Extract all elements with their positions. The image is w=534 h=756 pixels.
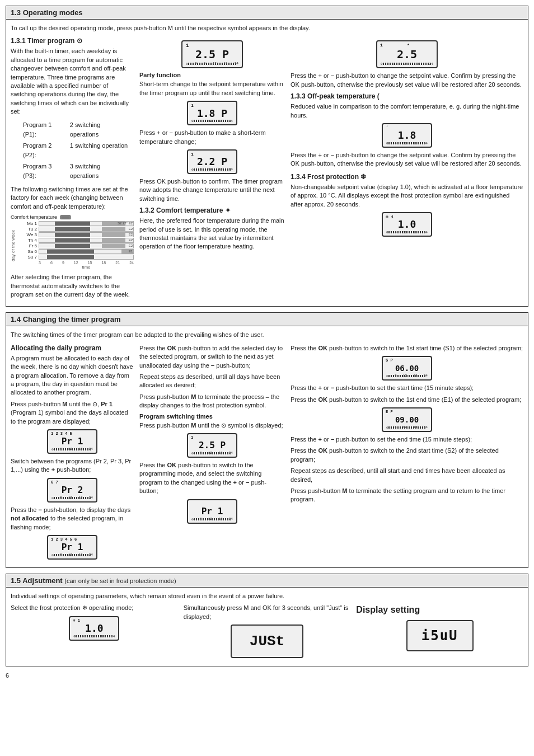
section-13-header: 1.3 Operating modes [6,6,528,20]
s131-para2: The following switching times are set at… [11,185,134,211]
s132-title: 1.3.2 Comfort temperature ✦ [139,206,285,214]
allocating-para3: Switch between the programs (Pr 2, Pr 3,… [11,457,134,475]
prog-switch-para: Press push-button M until the ⊙ symbol i… [139,421,285,430]
display-timeline-s133: 0 6 12 18 24 [386,142,428,145]
party-press: Press + or − push-button to make a short… [139,129,285,146]
allocating-title: Allocating the daily program [11,344,134,352]
display-s134: ❄ 1 1.0 0 6 12 18 24 [382,212,432,237]
section-13-mid: 1 2.5 P ⊙ 0 6 12 18 24 Party function Sh… [139,37,285,302]
display-s06: S P 06.00 ⊙ 6 12 18 24 [382,356,432,381]
party-para: Short-term change to the setpoint temper… [139,80,285,97]
timer-chart: Comfort temperature day of the week Mo 1 [11,214,134,270]
chart-row-mo: Mo 1 S2 22° E2 [22,221,134,226]
display-s133: ʿ 1.8 0 6 12 18 24 [382,123,432,148]
section-15: 1.5 Adjsutment (can only be set in frost… [6,574,528,666]
display-timeline-pr1: ⊙ 6 12 18 24 [51,447,93,452]
display-timeline-pr2: ⊙ 6 12 18 24 [51,496,93,500]
section-15-col3: Display setting i5uU [356,604,523,661]
program-1-row: Program 1 (P1): 2 switching operations [23,120,133,140]
section-14-right: Press the OK push-button to switch to th… [291,344,523,563]
mid-m-terminate: Press push-button M to terminate the pro… [139,393,285,410]
right-repeat: Repeat steps as described, until all sta… [291,467,523,484]
display-timeline-top: 0 6 12 18 24 [381,62,433,66]
section-14-mid: Press the OK push-button to add the sele… [139,344,285,563]
comfort-legend [60,215,71,219]
display-timeline-s134: 0 6 12 18 24 [386,231,428,234]
page-number: 6 [6,672,528,679]
chart-row-tu: Tu 2 E2 [22,227,134,232]
s131-para3: After selecting the timer program, the t… [11,273,134,299]
right-plus-minus-e1: Press the + or − push-button to set the … [291,435,523,444]
right-ok-s1: Press the OK push-button to switch to th… [291,344,523,353]
display-party-2: 1 1.8 P 0 6 12 18 24 [187,101,237,125]
s133-title: 1.3.3 Off-peak temperature ( [291,92,523,100]
chart-row-we: We 3 E2 [22,232,134,237]
display-party-3: 1 2.2 P ⊙ 6 12 18 24 [187,149,237,174]
s132-para: Here, the preferred floor temperature du… [139,217,285,251]
display-timeline-pr1b: ⊙ 6 12 18 24 [51,553,93,557]
display-25: 1 2.5 P ⊙ 6 12 18 24 [187,433,237,458]
section-15-col2: Simultaneously press M and OK for 3 seco… [184,604,351,661]
chart-row-th: Th 4 E2 [22,238,134,243]
section-15-col1: Select the frost protection ❄ operating … [11,604,178,661]
display-timeline-pr1c: ⊙ 6 12 18 24 [191,517,233,522]
s15-col1-title: Select the frost protection ❄ operating … [11,604,178,612]
section-13: 1.3 Operating modes To call up the desir… [6,6,528,307]
s15-col2-title: Simultaneously press M and OK for 3 seco… [184,604,351,621]
display-party-1: 1 2.5 P ⊙ 0 6 12 18 24 [181,40,243,68]
right-plus-minus-s1: Press the + or − push-button to set the … [291,384,523,392]
prog-switch-title: Program switching times [139,413,285,420]
ok-switch-para: Press the OK push-button to switch to th… [139,461,285,496]
display-pr1: 1 2 3 4 5 Pr 1 ⊙ 6 12 18 24 [47,429,97,454]
program-list: Program 1 (P1): 2 switching operations P… [22,119,134,183]
display-timeline-25: ⊙ 6 12 18 24 [191,451,233,456]
mid-ok-para: Press the OK push-button to add the sele… [139,344,285,370]
allocating-para2: Press push-button M until the ⊙, Pr 1 (P… [11,400,134,426]
right-m-terminate: Press push-button M to terminate the set… [291,487,523,504]
display-timeline-s15-1: 0 6 12 18 24 [73,635,115,638]
allocating-para4: Press the − push-button, to display the … [11,506,134,532]
section-14-intro: The switching times of the timer program… [11,331,523,339]
display-e09: E P 09.00 ⊙ 6 12 18 24 [382,407,432,432]
s133-press: Press the + or − push-button to change t… [291,151,523,168]
section-14-header: 1.4 Changing the timer program [6,313,528,326]
program-3-row: Program 3 (P3): 3 switching operations [23,162,133,181]
chart-row-sa: Sa 6 E1 [22,249,134,254]
display-pr2: 6 7 Pr 2 ⊙ 6 12 18 24 [47,478,97,503]
program-2-row: Program 2 (P2): 1 switching operation [23,141,133,161]
section-14-left: Allocating the daily program A program m… [11,344,134,563]
s134-para1: Non-changeable setpoint value (display 1… [291,183,523,209]
display-right-top: 1 * 2.5 0 6 12 18 24 [376,40,438,68]
right-ok-s2: Press the OK push-button to switch to th… [291,447,523,464]
chart-row-su: Su 7 [22,255,134,260]
s15-col3-title: Display setting [356,604,523,616]
chart-y-label: day of the week [11,230,22,261]
display-just: JUSt [231,624,303,658]
display-timeline-3: ⊙ 6 12 18 24 [191,167,233,172]
display-timeline-2: 0 6 12 18 24 [191,119,233,123]
allocating-para1: A program must be allocated to each day … [11,354,134,397]
chart-time-label: time [39,265,134,270]
display-pr1c: Pr 1 ⊙ 6 12 18 24 [187,499,237,524]
section-13-intro: To call up the desired operating mode, p… [11,24,523,32]
section-15-intro: Individual settings of operating paramet… [11,592,523,600]
party-function-title: Party function [139,72,285,78]
display-s15-1: ❄ 1 1.0 0 6 12 18 24 [69,616,119,641]
section-13-left: 1.3.1 Timer program ⊙ With the built-in … [11,37,134,302]
display-pr1b: 1 2 3 4 5 6 Pr 1 ⊙ 6 12 18 24 [47,535,97,560]
s131-title: 1.3.1 Timer program ⊙ [11,37,134,45]
right-ok-e1: Press the OK push-button to switch to th… [291,396,523,404]
right-press-text: Press the + or − push-button to change t… [291,72,523,89]
s134-title: 1.3.4 Frost protection ❄ [291,173,523,181]
chart-x-axis: 3 6 9 12 15 18 21 24 [39,261,134,265]
s131-para1: With the built-in timer, each weekday is… [11,47,134,116]
chart-row-fr: Fr 5 E2 [22,243,134,248]
display-timeline-e09: ⊙ 6 12 18 24 [386,425,428,430]
s133-para: Reduced value in comparison to the comfo… [291,102,523,120]
mid-repeat-para: Repeat steps as described, until all day… [139,373,285,390]
section-14: 1.4 Changing the timer program The switc… [6,312,528,567]
display-timeline: ⊙ 0 6 12 18 24 [186,62,238,66]
display-disp: i5uU [406,620,474,651]
party-ok-text: Press OK push-button to confirm. The tim… [139,177,285,203]
section-13-right: 1 * 2.5 0 6 12 18 24 Press the + or − pu… [291,37,523,302]
